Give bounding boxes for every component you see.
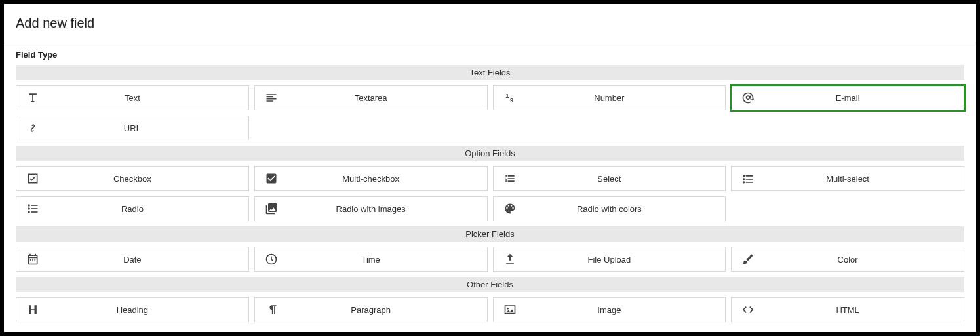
paragraph-icon <box>255 303 288 316</box>
field-type-label-text: Textarea <box>288 93 487 103</box>
field-type-label-text: Image <box>526 305 726 315</box>
page-title: Add new field <box>16 10 964 43</box>
upload-icon <box>494 253 526 266</box>
field-type-paragraph[interactable]: Paragraph <box>254 297 488 322</box>
group-header-picker: Picker Fields <box>16 226 964 242</box>
field-type-label: Field Type <box>16 43 964 65</box>
palette-icon <box>494 202 526 215</box>
field-type-label-text: Date <box>49 255 248 264</box>
svg-point-9 <box>507 308 509 310</box>
field-type-email[interactable]: E-mail <box>731 85 964 110</box>
select-icon <box>494 172 526 185</box>
code-icon <box>732 303 764 316</box>
field-type-select[interactable]: Select <box>493 166 726 191</box>
svg-point-4 <box>28 207 30 209</box>
field-type-heading[interactable]: Heading <box>16 297 249 322</box>
field-type-label-text: Time <box>288 255 487 264</box>
clock-icon <box>255 253 288 266</box>
text-icon <box>16 91 49 104</box>
field-type-label-text: Number <box>526 93 726 103</box>
field-type-label-text: Select <box>526 174 726 184</box>
images-icon <box>255 202 288 215</box>
field-type-label-text: Radio <box>49 204 248 214</box>
field-type-label-text: Paragraph <box>288 305 487 315</box>
field-type-file[interactable]: File Upload <box>493 247 726 272</box>
field-type-label-text: Radio with images <box>288 204 487 214</box>
link-icon <box>16 121 49 135</box>
field-type-multicheckbox[interactable]: Multi-checkbox <box>254 166 488 191</box>
field-type-url[interactable]: URL <box>16 116 249 140</box>
checkbox-icon <box>16 172 49 185</box>
field-type-label-text: Radio with colors <box>526 204 726 214</box>
multicheckbox-icon <box>255 172 288 185</box>
field-type-checkbox[interactable]: Checkbox <box>16 166 249 191</box>
field-type-radio-colors[interactable]: Radio with colors <box>493 196 726 221</box>
image-icon <box>494 303 526 316</box>
field-type-label-text: Color <box>764 255 964 264</box>
field-type-time[interactable]: Time <box>254 247 488 272</box>
svg-point-6 <box>28 211 30 213</box>
calendar-icon <box>16 253 49 266</box>
textarea-icon <box>255 91 288 104</box>
field-type-label-text: Text <box>49 93 248 103</box>
svg-rect-3 <box>31 205 38 206</box>
field-type-label-text: URL <box>49 123 248 133</box>
svg-rect-7 <box>31 211 38 213</box>
group-header-option: Option Fields <box>16 146 964 161</box>
radio-list-icon <box>16 202 49 215</box>
field-type-textarea[interactable]: Textarea <box>254 85 488 110</box>
number-icon: 19 <box>494 91 526 104</box>
group-header-text: Text Fields <box>16 65 964 80</box>
field-type-text[interactable]: Text <box>16 85 249 110</box>
group-header-other: Other Fields <box>16 277 964 292</box>
field-type-label-text: HTML <box>764 305 964 315</box>
brush-icon <box>732 253 764 266</box>
field-type-label-text: File Upload <box>526 255 726 264</box>
field-type-label-text: Checkbox <box>49 174 248 184</box>
svg-text:9: 9 <box>510 97 513 104</box>
field-type-label-text: Multi-select <box>764 174 964 184</box>
svg-point-2 <box>28 204 30 206</box>
field-type-number[interactable]: 19 Number <box>493 85 726 110</box>
field-type-image[interactable]: Image <box>493 297 726 322</box>
field-type-html[interactable]: HTML <box>731 297 964 322</box>
field-type-label-text: Multi-checkbox <box>288 174 487 184</box>
at-icon <box>732 91 764 104</box>
multiselect-icon <box>732 172 764 185</box>
field-type-radio-images[interactable]: Radio with images <box>254 196 488 221</box>
field-type-multiselect[interactable]: Multi-select <box>731 166 964 191</box>
field-type-date[interactable]: Date <box>16 247 249 272</box>
field-type-color[interactable]: Color <box>731 247 964 272</box>
heading-icon <box>16 303 49 316</box>
svg-text:1: 1 <box>505 93 509 99</box>
field-type-radio[interactable]: Radio <box>16 196 249 221</box>
svg-rect-5 <box>31 208 38 209</box>
field-type-label-text: Heading <box>49 305 248 315</box>
field-type-label-text: E-mail <box>764 93 964 103</box>
